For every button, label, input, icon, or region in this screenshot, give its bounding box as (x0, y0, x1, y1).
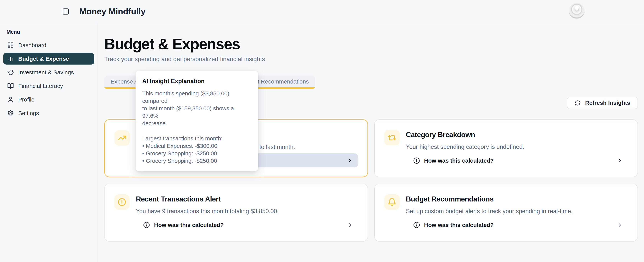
panel-left-icon (62, 8, 70, 15)
how-was-this-calculated-button[interactable]: How was this calculated? (136, 218, 358, 232)
how-was-this-calculated-button[interactable]: How was this calculated? (406, 218, 628, 232)
tooltip-title: AI Insight Explanation (142, 78, 252, 85)
tooltip-text-line: Largest transactions this month: (142, 135, 252, 142)
refresh-icon (574, 100, 580, 106)
refresh-button-label: Refresh Insights (585, 100, 630, 106)
sidebar-item-label: Budget & Expense (18, 55, 69, 62)
tooltip-body: This month's spending ($3,850.00) compar… (142, 90, 252, 165)
alert-circle-icon (114, 194, 130, 210)
tooltip-text-line: • Grocery Shopping: -$250.00 (142, 150, 252, 157)
bar-chart-icon (7, 55, 14, 62)
sidebar: Menu Dashboard Budget & Expense (0, 23, 98, 262)
chevron-right-icon (347, 158, 353, 163)
how-was-this-calculated-button[interactable]: How was this calculated? (406, 154, 628, 168)
calc-link-label: How was this calculated? (424, 157, 494, 164)
trending-up-icon (114, 130, 130, 146)
app-title: Money Mindfully (79, 6, 146, 16)
card-description: Set up custom budget alerts to track you… (406, 208, 628, 215)
repeat-icon (384, 130, 400, 145)
info-icon (143, 222, 150, 228)
sidebar-item-label: Financial Literacy (18, 83, 63, 89)
sidebar-nav: Dashboard Budget & Expense Investment (3, 39, 94, 119)
sidebar-item-profile[interactable]: Profile (3, 94, 94, 105)
refresh-insights-button[interactable]: Refresh Insights (567, 97, 638, 109)
sidebar-item-budget-expense[interactable]: Budget & Expense (3, 53, 94, 64)
tooltip-text-line: to last month ($159,350.00) shows a 97.6… (142, 105, 252, 119)
sidebar-item-label: Profile (18, 96, 34, 103)
ai-insight-tooltip: AI Insight Explanation This month's spen… (136, 71, 258, 171)
tooltip-text-line: • Medical Expenses: -$300.00 (142, 142, 252, 150)
sidebar-toggle-button[interactable] (61, 7, 70, 16)
sidebar-item-label: Investment & Savings (18, 69, 74, 76)
piggy-bank-icon (7, 69, 14, 76)
sidebar-item-label: Settings (18, 110, 39, 116)
tooltip-text-line: • Grocery Shopping: -$250.00 (142, 157, 252, 165)
info-icon (413, 157, 420, 164)
user-icon (7, 96, 14, 103)
page-subtitle: Track your spending and get personalized… (104, 55, 638, 63)
sidebar-item-label: Dashboard (18, 42, 46, 48)
sidebar-section-label: Menu (3, 29, 94, 35)
sidebar-item-dashboard[interactable]: Dashboard (3, 39, 94, 51)
calc-link-label: How was this calculated? (154, 222, 224, 228)
chevron-right-icon (617, 158, 623, 164)
tooltip-text-line: decrease. (142, 119, 252, 127)
chevron-right-icon (617, 222, 623, 228)
insight-card-budget-recommendations: Budget Recommendations Set up custom bud… (374, 184, 638, 242)
bell-icon (384, 194, 400, 210)
card-description: You have 9 transactions this month total… (136, 208, 358, 215)
chevron-right-icon (347, 222, 353, 228)
insight-card-category-breakdown: Category Breakdown Your highest spending… (374, 119, 638, 177)
insight-card-recent-transactions: Recent Transactions Alert You have 9 tra… (104, 184, 368, 242)
card-title: Recent Transactions Alert (136, 195, 358, 203)
card-description: Your highest spending category is undefi… (406, 143, 628, 150)
tooltip-text-line: This month's spending ($3,850.00) compar… (142, 90, 252, 105)
sidebar-item-financial-literacy[interactable]: Financial Literacy (3, 80, 94, 92)
avatar[interactable] (569, 3, 584, 19)
sidebar-item-investment-savings[interactable]: Investment & Savings (3, 66, 94, 78)
book-open-icon (7, 83, 14, 89)
sidebar-item-settings[interactable]: Settings (3, 107, 94, 119)
gear-icon (7, 110, 14, 116)
card-title: Category Breakdown (406, 131, 628, 139)
dashboard-icon (7, 42, 14, 48)
app-header: Money Mindfully (0, 0, 644, 23)
page-title: Budget & Expenses (104, 36, 638, 52)
calc-link-label: How was this calculated? (424, 222, 494, 228)
info-icon (413, 222, 420, 228)
card-title: Budget Recommendations (406, 195, 628, 203)
